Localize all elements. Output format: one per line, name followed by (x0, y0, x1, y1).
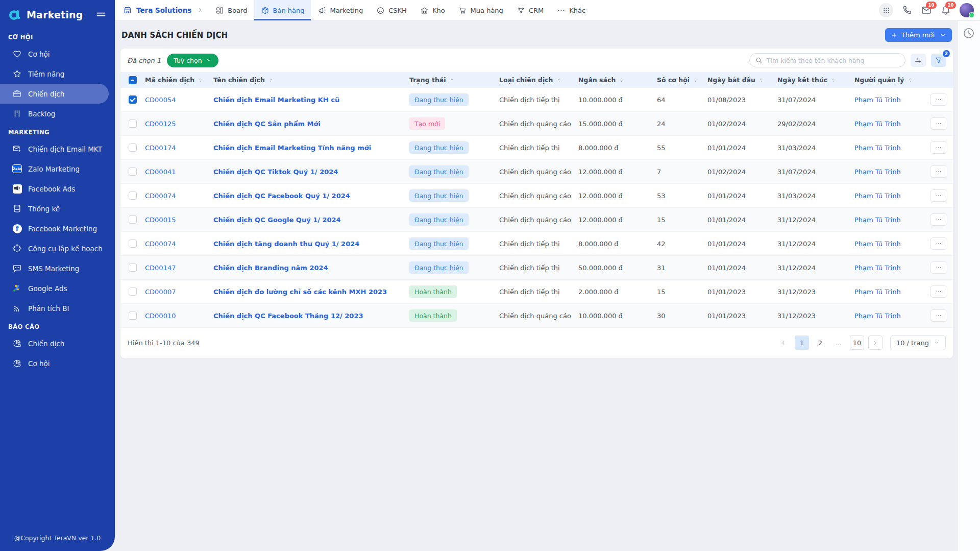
sort-icon[interactable] (198, 77, 203, 84)
page-size-select[interactable]: 10 / trang (890, 335, 946, 350)
sidebar-item[interactable]: Cơ hội (0, 353, 109, 373)
manager-link[interactable]: Phạm Tú Trinh (854, 216, 924, 224)
sort-icon[interactable] (449, 77, 455, 84)
sidebar-item[interactable]: Facebook Ads (0, 179, 109, 199)
manager-link[interactable]: Phạm Tú Trinh (854, 312, 924, 320)
row-checkbox[interactable] (129, 143, 137, 152)
campaign-code-link[interactable]: CD00074 (145, 192, 213, 200)
sidebar-item[interactable]: ZaloZalo Marketing (0, 159, 109, 179)
manager-link[interactable]: Phạm Tú Trinh (854, 192, 924, 200)
row-actions-button[interactable] (930, 309, 947, 322)
campaign-code-link[interactable]: CD00074 (145, 240, 213, 248)
sidebar-item[interactable]: SMS Marketing (0, 258, 109, 278)
campaign-code-link[interactable]: CD00147 (145, 264, 213, 272)
filter-button[interactable]: 2 (931, 54, 946, 67)
sort-icon[interactable] (908, 77, 913, 84)
tab[interactable]: Khác (550, 0, 592, 20)
row-checkbox[interactable] (129, 215, 137, 224)
column-header-code[interactable]: Mã chiến dịch (145, 76, 213, 84)
tab[interactable]: Bán hàng (254, 0, 311, 20)
campaign-code-link[interactable]: CD00174 (145, 144, 213, 152)
campaign-code-link[interactable]: CD00015 (145, 216, 213, 224)
tab[interactable]: Board (209, 0, 254, 20)
sidebar-item[interactable]: Chiến dịch (0, 333, 109, 353)
column-header-opps[interactable]: Số cơ hội (657, 76, 707, 84)
campaign-code-link[interactable]: CD00010 (145, 312, 213, 320)
campaign-name-link[interactable]: Chiến dịch tăng doanh thu Quý 1/ 2024 (213, 240, 409, 248)
sidebar-item[interactable]: Google Ads (0, 278, 109, 298)
sort-icon[interactable] (830, 77, 836, 84)
row-checkbox[interactable] (129, 312, 137, 320)
column-header-budget[interactable]: Ngân sách (578, 76, 657, 84)
options-button[interactable]: Tuỳ chọn (167, 54, 218, 67)
manager-link[interactable]: Phạm Tú Trinh (854, 144, 924, 152)
column-header-type[interactable]: Loại chiến dịch (499, 76, 578, 84)
sidebar-item[interactable]: Thống kê (0, 199, 109, 219)
sort-icon[interactable] (268, 77, 274, 84)
column-header-start[interactable]: Ngày bắt đầu (707, 76, 777, 84)
row-checkbox[interactable] (129, 288, 137, 296)
row-actions-button[interactable] (930, 165, 947, 178)
tab[interactable]: Mua hàng (452, 0, 510, 20)
manager-link[interactable]: Phạm Tú Trinh (854, 96, 924, 104)
sidebar-item[interactable]: Cơ hội (0, 44, 109, 64)
select-all-checkbox[interactable] (129, 76, 137, 84)
sort-icon[interactable] (619, 77, 624, 84)
manager-link[interactable]: Phạm Tú Trinh (854, 288, 924, 296)
sort-icon[interactable] (556, 77, 562, 84)
campaign-name-link[interactable]: Chiến dịch QC Tiktok Quý 1/ 2024 (213, 168, 409, 176)
campaign-name-link[interactable]: Chiến dịch QC Sản phẩm Mới (213, 120, 409, 128)
campaign-name-link[interactable]: Chiến dịch đo lường chỉ số các kênh MXH … (213, 288, 409, 296)
breadcrumb[interactable]: Tera Solutions (121, 6, 193, 15)
user-avatar[interactable] (960, 3, 974, 17)
sort-icon[interactable] (758, 77, 764, 84)
campaign-name-link[interactable]: Chiến dịch QC Facebook Quý 1/ 2024 (213, 192, 409, 200)
hamburger-menu-icon[interactable] (95, 9, 107, 20)
sidebar-item[interactable]: Phân tích BI (0, 298, 109, 318)
notifications-button[interactable]: 10 (940, 5, 951, 16)
campaign-name-link[interactable]: Chiến dịch Email Marketing Tính năng mới (213, 144, 409, 152)
sidebar-item[interactable]: Chiến dịch (0, 84, 109, 104)
campaign-code-link[interactable]: CD00125 (145, 120, 213, 128)
column-header-end[interactable]: Ngày kết thúc (777, 76, 854, 84)
history-clock-icon[interactable] (962, 27, 975, 40)
column-header-status[interactable]: Trạng thái (409, 76, 499, 84)
tab[interactable]: Kho (413, 0, 452, 20)
manager-link[interactable]: Phạm Tú Trinh (854, 240, 924, 248)
phone-icon[interactable] (901, 5, 913, 16)
campaign-name-link[interactable]: Chiến dịch Email Marketing KH cũ (213, 96, 409, 104)
row-actions-button[interactable] (930, 261, 947, 274)
sidebar-item[interactable]: Chiến dịch Email MKT (0, 139, 109, 159)
column-settings-button[interactable] (911, 54, 926, 67)
manager-link[interactable]: Phạm Tú Trinh (854, 120, 924, 128)
page-button[interactable]: 10 (850, 336, 864, 350)
manager-link[interactable]: Phạm Tú Trinh (854, 168, 924, 176)
campaign-name-link[interactable]: Chiến dịch QC Facebook Tháng 12/ 2023 (213, 312, 409, 320)
row-actions-button[interactable] (930, 141, 947, 154)
sidebar-item[interactable]: Công cụ lập kế hoạch (0, 238, 109, 258)
tab[interactable]: Marketing (311, 0, 370, 20)
column-header-name[interactable]: Tên chiến dịch (213, 76, 409, 84)
row-checkbox[interactable] (129, 167, 137, 176)
campaign-code-link[interactable]: CD00041 (145, 168, 213, 176)
campaign-code-link[interactable]: CD00007 (145, 288, 213, 296)
tab[interactable]: CRM (510, 0, 550, 20)
row-actions-button[interactable] (930, 237, 947, 250)
page-button[interactable]: 1 (795, 336, 809, 350)
sidebar-item[interactable]: Backlog (0, 104, 109, 124)
row-actions-button[interactable] (930, 189, 947, 202)
manager-link[interactable]: Phạm Tú Trinh (854, 264, 924, 272)
apps-grid-button[interactable] (879, 3, 893, 17)
row-checkbox[interactable] (129, 191, 137, 200)
tab[interactable]: CSKH (370, 0, 413, 20)
next-page-button[interactable] (868, 336, 883, 350)
campaign-name-link[interactable]: Chiến dịch QC Google Quý 1/ 2024 (213, 216, 409, 224)
sort-icon[interactable] (693, 77, 698, 84)
row-checkbox[interactable] (129, 95, 137, 104)
page-button[interactable]: 2 (813, 336, 827, 350)
row-actions-button[interactable] (930, 285, 947, 298)
row-actions-button[interactable] (930, 213, 947, 226)
row-checkbox[interactable] (129, 263, 137, 272)
row-checkbox[interactable] (129, 239, 137, 248)
campaign-name-link[interactable]: Chiến dịch Branding năm 2024 (213, 264, 409, 272)
